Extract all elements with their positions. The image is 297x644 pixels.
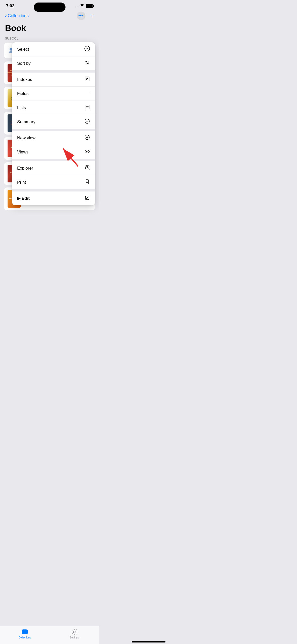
svg-point-15 — [86, 94, 86, 94]
menu-item-print[interactable]: Print — [12, 175, 95, 189]
menu-label-fields: Fields — [17, 91, 28, 96]
battery-icon — [86, 4, 93, 8]
menu-item-indexes[interactable]: Indexes — [12, 73, 95, 87]
signal-dots-icon: ··· — [75, 5, 78, 8]
svg-point-30 — [86, 182, 87, 182]
menu-separator-4 — [12, 189, 95, 191]
svg-line-8 — [86, 78, 87, 79]
svg-rect-28 — [86, 182, 88, 184]
status-bar: 7:02 ··· — [0, 0, 99, 11]
menu-label-edit: ▶ Edit — [17, 196, 30, 201]
nav-actions: ••• + — [77, 12, 94, 20]
menu-item-lists[interactable]: Lists — [12, 101, 95, 115]
menu-item-sort[interactable]: Sort by — [12, 56, 95, 71]
menu-label-select: Select — [17, 47, 29, 52]
menu-separator-3 — [12, 159, 95, 161]
menu-label-lists: Lists — [17, 105, 26, 110]
new-view-icon — [84, 135, 90, 141]
status-icons: ··· — [75, 4, 93, 8]
menu-label-new-view: New view — [17, 136, 36, 141]
menu-item-views[interactable]: Views — [12, 145, 95, 159]
index-icon — [84, 76, 90, 83]
fields-icon — [84, 90, 90, 97]
subcol-label: SUBCOL — [5, 37, 19, 40]
dropdown-menu: Select Sort by Indexes — [12, 42, 95, 205]
menu-item-select[interactable]: Select — [12, 42, 95, 56]
menu-label-explorer: Explorer — [17, 166, 33, 171]
menu-item-explorer[interactable]: Explorer — [12, 161, 95, 175]
svg-line-9 — [88, 78, 88, 79]
ellipsis-icon: ••• — [78, 13, 84, 19]
add-button[interactable]: + — [90, 12, 94, 19]
menu-item-edit[interactable]: ▶ Edit — [12, 191, 95, 205]
menu-label-sort: Sort by — [17, 61, 31, 66]
edit-icon — [84, 195, 90, 202]
menu-item-fields[interactable]: Fields — [12, 87, 95, 101]
nav-bar: ‹ Collections ••• + — [0, 11, 99, 22]
svg-point-13 — [86, 92, 86, 92]
subcollections-section: SUBCOL — [0, 33, 99, 42]
summary-icon — [84, 118, 90, 125]
menu-label-indexes: Indexes — [17, 77, 32, 82]
eye-icon — [84, 149, 90, 155]
more-options-button[interactable]: ••• — [77, 12, 85, 20]
dynamic-island — [34, 3, 65, 12]
menu-separator-2 — [12, 129, 95, 131]
menu-item-summary[interactable]: Summary — [12, 115, 95, 129]
explorer-icon — [84, 165, 90, 172]
wifi-icon — [80, 4, 84, 8]
svg-point-4 — [85, 46, 90, 51]
back-chevron-icon: ‹ — [5, 13, 7, 18]
menu-label-print: Print — [17, 180, 26, 185]
svg-point-27 — [87, 166, 89, 168]
svg-point-6 — [86, 79, 88, 80]
svg-point-25 — [87, 151, 88, 152]
status-time: 7:02 — [6, 4, 14, 9]
menu-item-new-view[interactable]: New view — [12, 131, 95, 145]
menu-label-summary: Summary — [17, 119, 36, 124]
menu-label-views: Views — [17, 150, 28, 155]
checkmark-circle-icon — [84, 46, 90, 53]
sort-icon — [84, 60, 90, 67]
page-title-area: Book — [0, 22, 99, 33]
print-icon — [84, 179, 90, 186]
back-button[interactable]: ‹ Collections — [5, 13, 29, 18]
page-title: Book — [5, 23, 26, 33]
svg-point-14 — [86, 93, 86, 93]
lists-icon — [84, 104, 90, 111]
menu-separator-1 — [12, 71, 95, 73]
svg-rect-29 — [86, 180, 88, 181]
